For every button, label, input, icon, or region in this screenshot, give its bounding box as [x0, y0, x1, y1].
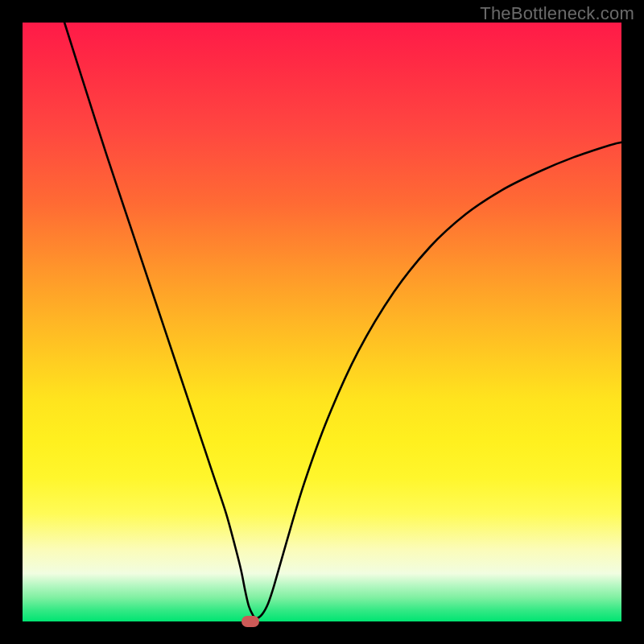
plot-area — [23, 23, 621, 621]
chart-frame: TheBottleneck.com — [0, 0, 644, 644]
curve-svg — [23, 23, 621, 621]
bottleneck-curve — [64, 23, 621, 618]
minimum-marker — [242, 616, 259, 627]
watermark-text: TheBottleneck.com — [480, 3, 634, 24]
